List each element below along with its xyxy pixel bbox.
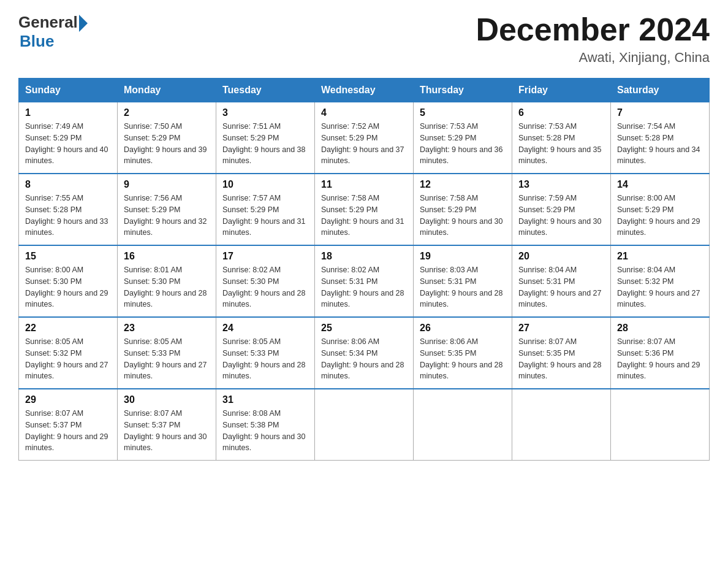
calendar-cell: 1Sunrise: 7:49 AMSunset: 5:29 PMDaylight…	[19, 102, 118, 174]
day-number: 8	[25, 179, 111, 190]
day-number: 12	[420, 179, 506, 190]
day-info: Sunrise: 8:04 AMSunset: 5:31 PMDaylight:…	[518, 264, 604, 310]
calendar-header-row: SundayMondayTuesdayWednesdayThursdayFrid…	[19, 79, 710, 102]
day-number: 6	[518, 107, 604, 118]
calendar-cell: 18Sunrise: 8:02 AMSunset: 5:31 PMDayligh…	[315, 245, 414, 317]
day-number: 1	[25, 107, 111, 118]
day-info: Sunrise: 8:05 AMSunset: 5:32 PMDaylight:…	[25, 336, 111, 382]
calendar-cell: 6Sunrise: 7:53 AMSunset: 5:28 PMDaylight…	[512, 102, 611, 174]
day-info: Sunrise: 8:08 AMSunset: 5:38 PMDaylight:…	[222, 408, 308, 454]
calendar-table: SundayMondayTuesdayWednesdayThursdayFrid…	[18, 78, 710, 461]
day-info: Sunrise: 8:06 AMSunset: 5:35 PMDaylight:…	[420, 336, 506, 382]
day-number: 26	[420, 323, 506, 334]
day-number: 22	[25, 323, 111, 334]
day-number: 11	[321, 179, 407, 190]
day-number: 16	[124, 251, 210, 262]
page-subtitle: Awati, Xinjiang, China	[476, 50, 710, 66]
day-info: Sunrise: 7:55 AMSunset: 5:28 PMDaylight:…	[25, 193, 111, 239]
day-number: 14	[617, 179, 703, 190]
calendar-cell: 9Sunrise: 7:56 AMSunset: 5:29 PMDaylight…	[118, 174, 216, 245]
day-info: Sunrise: 8:07 AMSunset: 5:37 PMDaylight:…	[25, 408, 111, 454]
header-sunday: Sunday	[19, 79, 118, 102]
day-info: Sunrise: 8:03 AMSunset: 5:31 PMDaylight:…	[420, 264, 506, 310]
calendar-week-row: 29Sunrise: 8:07 AMSunset: 5:37 PMDayligh…	[19, 389, 710, 461]
day-info: Sunrise: 7:53 AMSunset: 5:29 PMDaylight:…	[420, 121, 506, 167]
day-info: Sunrise: 8:06 AMSunset: 5:34 PMDaylight:…	[321, 336, 407, 382]
logo-blue-text: Blue	[20, 32, 88, 51]
day-info: Sunrise: 8:00 AMSunset: 5:29 PMDaylight:…	[617, 193, 703, 239]
logo-arrow-icon	[79, 15, 88, 32]
day-number: 27	[518, 323, 604, 334]
day-info: Sunrise: 8:05 AMSunset: 5:33 PMDaylight:…	[222, 336, 308, 382]
day-number: 10	[222, 179, 308, 190]
day-info: Sunrise: 7:51 AMSunset: 5:29 PMDaylight:…	[222, 121, 308, 167]
calendar-cell: 28Sunrise: 8:07 AMSunset: 5:36 PMDayligh…	[611, 317, 710, 389]
calendar-cell	[315, 389, 414, 461]
day-info: Sunrise: 8:02 AMSunset: 5:30 PMDaylight:…	[222, 264, 308, 310]
calendar-cell	[414, 389, 512, 461]
day-number: 25	[321, 323, 407, 334]
day-info: Sunrise: 7:58 AMSunset: 5:29 PMDaylight:…	[321, 193, 407, 239]
day-info: Sunrise: 7:49 AMSunset: 5:29 PMDaylight:…	[25, 121, 111, 167]
day-number: 21	[617, 251, 703, 262]
title-block: December 2024 Awati, Xinjiang, China	[476, 12, 710, 66]
calendar-week-row: 15Sunrise: 8:00 AMSunset: 5:30 PMDayligh…	[19, 245, 710, 317]
calendar-cell: 22Sunrise: 8:05 AMSunset: 5:32 PMDayligh…	[19, 317, 118, 389]
day-number: 28	[617, 323, 703, 334]
day-info: Sunrise: 7:53 AMSunset: 5:28 PMDaylight:…	[518, 121, 604, 167]
day-info: Sunrise: 8:07 AMSunset: 5:36 PMDaylight:…	[617, 336, 703, 382]
day-number: 20	[518, 251, 604, 262]
header-friday: Friday	[512, 79, 611, 102]
calendar-cell: 14Sunrise: 8:00 AMSunset: 5:29 PMDayligh…	[611, 174, 710, 245]
day-info: Sunrise: 7:52 AMSunset: 5:29 PMDaylight:…	[321, 121, 407, 167]
calendar-week-row: 1Sunrise: 7:49 AMSunset: 5:29 PMDaylight…	[19, 102, 710, 174]
page-title: December 2024	[476, 12, 710, 47]
day-number: 19	[420, 251, 506, 262]
day-info: Sunrise: 8:07 AMSunset: 5:35 PMDaylight:…	[518, 336, 604, 382]
day-info: Sunrise: 7:50 AMSunset: 5:29 PMDaylight:…	[124, 121, 210, 167]
day-number: 30	[124, 394, 210, 405]
day-number: 9	[124, 179, 210, 190]
day-info: Sunrise: 8:01 AMSunset: 5:30 PMDaylight:…	[124, 264, 210, 310]
day-number: 18	[321, 251, 407, 262]
header-wednesday: Wednesday	[315, 79, 414, 102]
calendar-cell: 15Sunrise: 8:00 AMSunset: 5:30 PMDayligh…	[19, 245, 118, 317]
calendar-cell: 12Sunrise: 7:58 AMSunset: 5:29 PMDayligh…	[414, 174, 512, 245]
calendar-cell: 21Sunrise: 8:04 AMSunset: 5:32 PMDayligh…	[611, 245, 710, 317]
calendar-cell: 20Sunrise: 8:04 AMSunset: 5:31 PMDayligh…	[512, 245, 611, 317]
calendar-cell: 8Sunrise: 7:55 AMSunset: 5:28 PMDaylight…	[19, 174, 118, 245]
page-header: General Blue December 2024 Awati, Xinjia…	[18, 12, 710, 66]
calendar-cell: 31Sunrise: 8:08 AMSunset: 5:38 PMDayligh…	[216, 389, 315, 461]
calendar-cell: 3Sunrise: 7:51 AMSunset: 5:29 PMDaylight…	[216, 102, 315, 174]
calendar-cell: 4Sunrise: 7:52 AMSunset: 5:29 PMDaylight…	[315, 102, 414, 174]
day-number: 4	[321, 107, 407, 118]
day-number: 15	[25, 251, 111, 262]
calendar-cell: 25Sunrise: 8:06 AMSunset: 5:34 PMDayligh…	[315, 317, 414, 389]
day-info: Sunrise: 8:02 AMSunset: 5:31 PMDaylight:…	[321, 264, 407, 310]
day-number: 17	[222, 251, 308, 262]
calendar-cell: 10Sunrise: 7:57 AMSunset: 5:29 PMDayligh…	[216, 174, 315, 245]
calendar-cell: 23Sunrise: 8:05 AMSunset: 5:33 PMDayligh…	[118, 317, 216, 389]
day-number: 13	[518, 179, 604, 190]
day-info: Sunrise: 7:57 AMSunset: 5:29 PMDaylight:…	[222, 193, 308, 239]
logo-general-text: General	[18, 13, 78, 32]
day-info: Sunrise: 7:59 AMSunset: 5:29 PMDaylight:…	[518, 193, 604, 239]
day-number: 5	[420, 107, 506, 118]
calendar-cell: 13Sunrise: 7:59 AMSunset: 5:29 PMDayligh…	[512, 174, 611, 245]
calendar-cell: 5Sunrise: 7:53 AMSunset: 5:29 PMDaylight…	[414, 102, 512, 174]
calendar-cell: 11Sunrise: 7:58 AMSunset: 5:29 PMDayligh…	[315, 174, 414, 245]
day-number: 31	[222, 394, 308, 405]
header-thursday: Thursday	[414, 79, 512, 102]
calendar-cell: 19Sunrise: 8:03 AMSunset: 5:31 PMDayligh…	[414, 245, 512, 317]
calendar-cell: 17Sunrise: 8:02 AMSunset: 5:30 PMDayligh…	[216, 245, 315, 317]
day-info: Sunrise: 8:04 AMSunset: 5:32 PMDaylight:…	[617, 264, 703, 310]
calendar-cell: 29Sunrise: 8:07 AMSunset: 5:37 PMDayligh…	[19, 389, 118, 461]
logo: General Blue	[18, 12, 88, 51]
day-number: 3	[222, 107, 308, 118]
calendar-cell	[512, 389, 611, 461]
header-tuesday: Tuesday	[216, 79, 315, 102]
calendar-cell	[611, 389, 710, 461]
day-info: Sunrise: 7:58 AMSunset: 5:29 PMDaylight:…	[420, 193, 506, 239]
header-monday: Monday	[118, 79, 216, 102]
calendar-cell: 24Sunrise: 8:05 AMSunset: 5:33 PMDayligh…	[216, 317, 315, 389]
